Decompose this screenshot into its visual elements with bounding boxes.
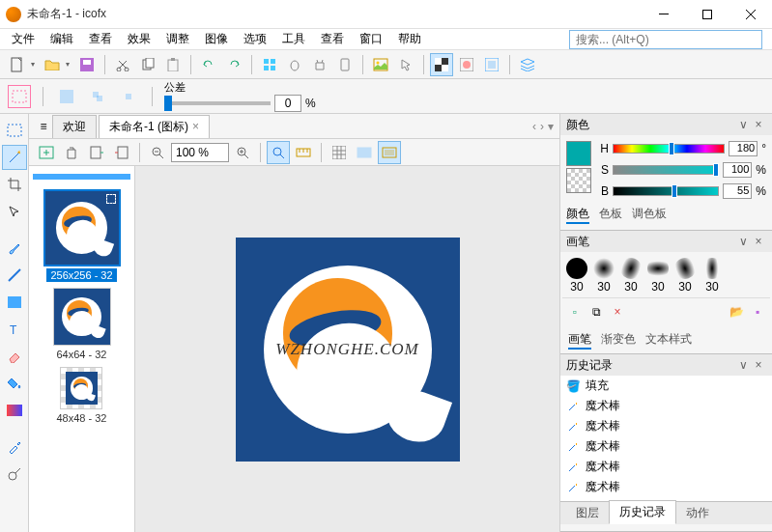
- menu-image[interactable]: 图像: [197, 29, 236, 49]
- grid-button[interactable]: [328, 141, 351, 164]
- tab-next[interactable]: ›: [540, 120, 544, 133]
- tolerance-slider[interactable]: [164, 101, 271, 105]
- brush-preset[interactable]: 30: [593, 258, 615, 294]
- tab-actions[interactable]: 动作: [676, 502, 719, 524]
- tab-close-icon[interactable]: ×: [192, 120, 199, 133]
- eraser-tool[interactable]: [2, 344, 27, 369]
- menu-edit[interactable]: 编辑: [43, 29, 81, 49]
- import-button[interactable]: [85, 141, 108, 164]
- menu-tools[interactable]: 工具: [274, 29, 313, 49]
- eyedropper-tool[interactable]: [2, 434, 27, 460]
- mobile-icon[interactable]: [333, 53, 357, 76]
- checker-b-icon[interactable]: [480, 53, 503, 76]
- panel-collapse-icon[interactable]: ∨: [735, 118, 751, 131]
- new-button[interactable]: [6, 53, 29, 76]
- redo-button[interactable]: [222, 53, 245, 76]
- magic-wand-tool[interactable]: [2, 145, 27, 170]
- sel-int-icon[interactable]: [117, 85, 140, 108]
- thumb-256[interactable]: 256x256 - 32: [43, 189, 121, 282]
- undo-button[interactable]: [197, 53, 220, 76]
- panel-close-icon[interactable]: ×: [751, 235, 766, 248]
- zoom-fit-button[interactable]: [267, 141, 290, 164]
- menu-help[interactable]: 帮助: [390, 29, 429, 49]
- image-icon[interactable]: [369, 53, 392, 76]
- menu-options[interactable]: 选项: [236, 29, 274, 49]
- maximize-button[interactable]: [685, 0, 729, 29]
- menu-file[interactable]: 文件: [4, 29, 43, 49]
- add-image-button[interactable]: [35, 141, 58, 164]
- hue-slider[interactable]: [613, 144, 725, 154]
- brush-dup-icon[interactable]: ⧉: [587, 300, 605, 323]
- brush-tab-style[interactable]: 文本样式: [645, 331, 692, 350]
- bucket-tool[interactable]: [2, 371, 27, 396]
- rect-tool[interactable]: [2, 290, 27, 315]
- sel-add-icon[interactable]: [55, 85, 78, 108]
- zoom-out-button[interactable]: [146, 141, 169, 164]
- history-item[interactable]: 魔术棒: [560, 436, 772, 457]
- close-button[interactable]: [729, 0, 772, 29]
- layers-icon[interactable]: [516, 53, 539, 76]
- brush-preset[interactable]: 30: [701, 258, 723, 294]
- thumb-64[interactable]: 64x64 - 32: [53, 288, 111, 361]
- cut-button[interactable]: [111, 53, 134, 76]
- panel-close-icon[interactable]: ×: [751, 118, 766, 131]
- delete-image-button[interactable]: [60, 141, 83, 164]
- minimize-button[interactable]: [642, 0, 685, 29]
- sel-sub-icon[interactable]: [86, 85, 109, 108]
- panel-collapse-icon[interactable]: ∨: [735, 358, 751, 372]
- cursor-icon[interactable]: [394, 53, 417, 76]
- brush-preset[interactable]: 30: [674, 258, 696, 294]
- tab-history[interactable]: 历史记录: [609, 500, 676, 524]
- color-tab-swatches[interactable]: 色板: [599, 206, 622, 224]
- ruler-button[interactable]: [292, 141, 315, 164]
- tab-welcome[interactable]: 欢迎: [52, 115, 97, 138]
- tolerance-value[interactable]: 0: [274, 95, 301, 112]
- copy-button[interactable]: [136, 53, 159, 76]
- brush-open-icon[interactable]: 📂: [728, 300, 745, 323]
- text-tool[interactable]: T: [2, 317, 27, 342]
- brush-tool[interactable]: [2, 236, 27, 261]
- sat-slider[interactable]: [613, 165, 719, 175]
- brush-save-icon[interactable]: ▪: [749, 300, 766, 323]
- history-item[interactable]: 魔术棒: [560, 477, 772, 497]
- bg-swatch[interactable]: [566, 168, 591, 193]
- move-tool[interactable]: [2, 199, 27, 224]
- fg-swatch[interactable]: [566, 141, 591, 166]
- search-input[interactable]: [569, 30, 762, 49]
- brush-del-icon[interactable]: ×: [609, 300, 626, 323]
- line-tool[interactable]: [2, 263, 27, 288]
- android-icon[interactable]: [308, 53, 331, 76]
- apple-icon[interactable]: [283, 53, 306, 76]
- brush-new-icon[interactable]: ▫: [566, 300, 584, 323]
- export-button[interactable]: [110, 141, 133, 164]
- tab-layers[interactable]: 图层: [566, 502, 609, 524]
- history-item[interactable]: 魔术棒: [560, 416, 772, 436]
- menu-adjust[interactable]: 调整: [158, 29, 197, 49]
- crop-tool[interactable]: [2, 172, 27, 197]
- brush-tab-brush[interactable]: 画笔: [568, 331, 591, 350]
- brush-preset[interactable]: 30: [566, 258, 587, 294]
- history-item[interactable]: 魔术棒: [560, 396, 772, 416]
- panel-close-icon[interactable]: ×: [751, 358, 766, 372]
- win-icon[interactable]: [258, 53, 281, 76]
- zoom-input[interactable]: [171, 143, 229, 162]
- history-item[interactable]: 🪣填充: [560, 376, 772, 396]
- selection-mode-icon[interactable]: [8, 85, 31, 108]
- dodge-tool[interactable]: [2, 462, 27, 487]
- color-tab-color[interactable]: 颜色: [566, 206, 589, 224]
- tab-menu[interactable]: ▾: [548, 120, 554, 133]
- marquee-tool[interactable]: [2, 118, 27, 143]
- tab-prev[interactable]: ‹: [532, 120, 536, 133]
- brush-preset[interactable]: 30: [620, 258, 642, 294]
- thumb-48[interactable]: 48x48 - 32: [53, 367, 111, 425]
- canvas[interactable]: WZHONGHE.COM: [236, 238, 460, 462]
- checker-a-icon[interactable]: [430, 53, 453, 76]
- tab-document[interactable]: 未命名-1 (图标)×: [99, 115, 210, 138]
- preview-b-button[interactable]: [378, 141, 401, 164]
- paste-button[interactable]: [161, 53, 185, 76]
- menu-view2[interactable]: 查看: [313, 29, 352, 49]
- menu-effect[interactable]: 效果: [120, 29, 158, 49]
- menu-window[interactable]: 窗口: [352, 29, 390, 49]
- tab-list-icon[interactable]: ≡: [35, 115, 52, 138]
- gradient-tool[interactable]: [2, 398, 27, 423]
